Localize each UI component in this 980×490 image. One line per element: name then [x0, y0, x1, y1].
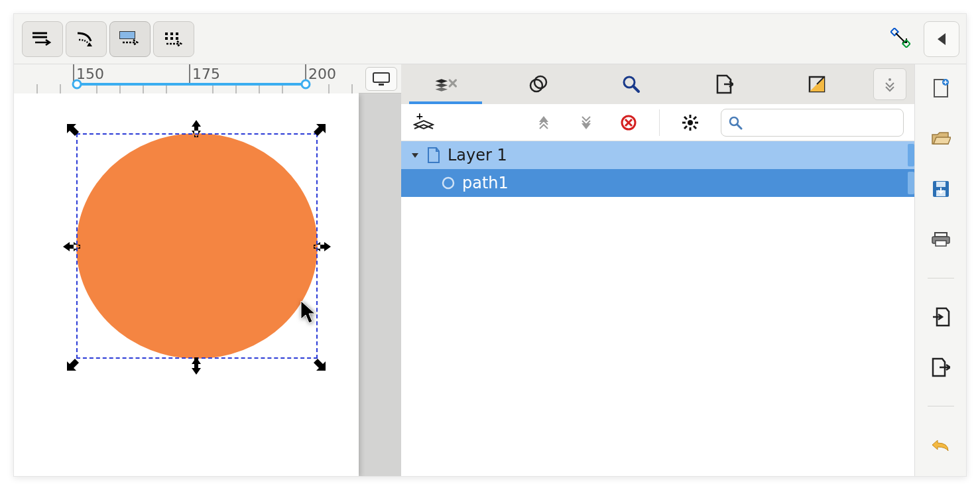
- svg-rect-7: [165, 37, 168, 40]
- ruler-tick-200: 200: [308, 66, 336, 82]
- horizontal-ruler[interactable]: 150 175 200: [14, 64, 359, 93]
- snap-rotate-button[interactable]: [66, 21, 107, 57]
- snap-toolbar: [14, 14, 966, 64]
- open-document-button[interactable]: [929, 127, 953, 151]
- svg-line-35: [633, 86, 639, 92]
- svg-point-28: [73, 80, 81, 88]
- handle-top-right[interactable]: [308, 121, 328, 141]
- svg-rect-8: [170, 37, 173, 40]
- tab-export[interactable]: [688, 64, 761, 104]
- svg-line-46: [694, 126, 696, 129]
- layer-name-label: Layer 1: [448, 146, 507, 164]
- tab-find[interactable]: [595, 64, 668, 104]
- import-button[interactable]: [929, 305, 953, 329]
- path-icon: [440, 174, 457, 192]
- layer-search-box[interactable]: [721, 109, 904, 137]
- svg-rect-58: [936, 241, 946, 246]
- object-name-label: path1: [462, 174, 509, 192]
- svg-line-50: [737, 125, 741, 129]
- print-document-button[interactable]: [929, 227, 953, 251]
- svg-line-47: [694, 117, 696, 119]
- svg-rect-5: [170, 32, 173, 35]
- snap-move-button[interactable]: [22, 21, 63, 57]
- handle-top-left[interactable]: [64, 121, 84, 141]
- object-color-strip: [908, 172, 914, 194]
- add-layer-button[interactable]: +: [412, 111, 436, 135]
- selection-box: [76, 133, 318, 359]
- svg-point-51: [443, 178, 454, 188]
- main-area: 150 175 200: [14, 64, 966, 476]
- svg-line-45: [684, 117, 687, 119]
- svg-line-48: [684, 126, 687, 129]
- svg-point-37: [888, 78, 891, 81]
- undo-button[interactable]: [929, 433, 953, 457]
- svg-rect-6: [176, 32, 178, 35]
- layer-icon: [425, 147, 442, 164]
- save-document-button[interactable]: [929, 177, 953, 201]
- tab-more[interactable]: [873, 68, 906, 100]
- handle-top-middle[interactable]: [186, 119, 206, 139]
- handle-middle-right[interactable]: [312, 237, 332, 257]
- snap-to-node-icon[interactable]: [890, 28, 910, 50]
- lower-layer-button[interactable]: [574, 111, 598, 135]
- snap-pattern-button[interactable]: [109, 21, 151, 57]
- snap-distribute-button[interactable]: [153, 21, 194, 57]
- toolbar-separator: [659, 109, 660, 136]
- layer-search-input[interactable]: [743, 115, 896, 129]
- tab-layers[interactable]: [409, 64, 482, 104]
- canvas-region: 150 175 200: [14, 64, 401, 476]
- svg-point-29: [302, 80, 310, 88]
- export-button[interactable]: [929, 355, 953, 379]
- toolbar-separator: [928, 406, 954, 406]
- new-document-button[interactable]: [929, 76, 953, 100]
- svg-rect-54: [936, 182, 946, 187]
- dock-tabs: [401, 64, 914, 104]
- layer-tree[interactable]: Layer 1 path1: [401, 141, 914, 476]
- delete-layer-button[interactable]: [617, 111, 641, 135]
- app-frame: 150 175 200: [13, 13, 967, 477]
- ruler-row: 150 175 200: [14, 64, 401, 93]
- collapse-panel-button[interactable]: [924, 21, 959, 57]
- display-mode-button[interactable]: [365, 67, 397, 91]
- handle-bottom-middle[interactable]: [186, 356, 206, 376]
- svg-rect-56: [935, 233, 947, 237]
- search-icon: [728, 115, 743, 130]
- svg-rect-31: [379, 84, 384, 86]
- ruler-tick-150: 150: [76, 66, 104, 82]
- raise-layer-button[interactable]: [532, 111, 556, 135]
- svg-rect-9: [176, 37, 178, 40]
- cursor-icon: [299, 299, 319, 328]
- svg-rect-30: [373, 73, 389, 82]
- handle-middle-left[interactable]: [62, 237, 82, 257]
- svg-text:+: +: [416, 113, 424, 121]
- svg-rect-3: [120, 32, 135, 38]
- layer-settings-button[interactable]: [678, 111, 702, 135]
- svg-rect-4: [165, 32, 168, 35]
- right-toolbar: [914, 64, 966, 476]
- dock-panel: +: [401, 64, 914, 476]
- svg-point-40: [688, 120, 693, 125]
- expand-icon[interactable]: [409, 149, 421, 161]
- layers-toolbar: +: [401, 104, 914, 141]
- toolbar-separator: [928, 278, 954, 278]
- tab-fill-stroke[interactable]: [780, 64, 853, 104]
- layer-color-strip: [908, 144, 914, 166]
- handle-bottom-left[interactable]: [64, 353, 84, 373]
- object-row[interactable]: path1: [401, 169, 914, 197]
- handle-bottom-right[interactable]: [308, 353, 328, 373]
- layer-row[interactable]: Layer 1: [401, 141, 914, 169]
- tab-object-properties[interactable]: [502, 64, 575, 104]
- ruler-tick-175: 175: [192, 66, 220, 82]
- canvas-viewport[interactable]: [14, 93, 401, 476]
